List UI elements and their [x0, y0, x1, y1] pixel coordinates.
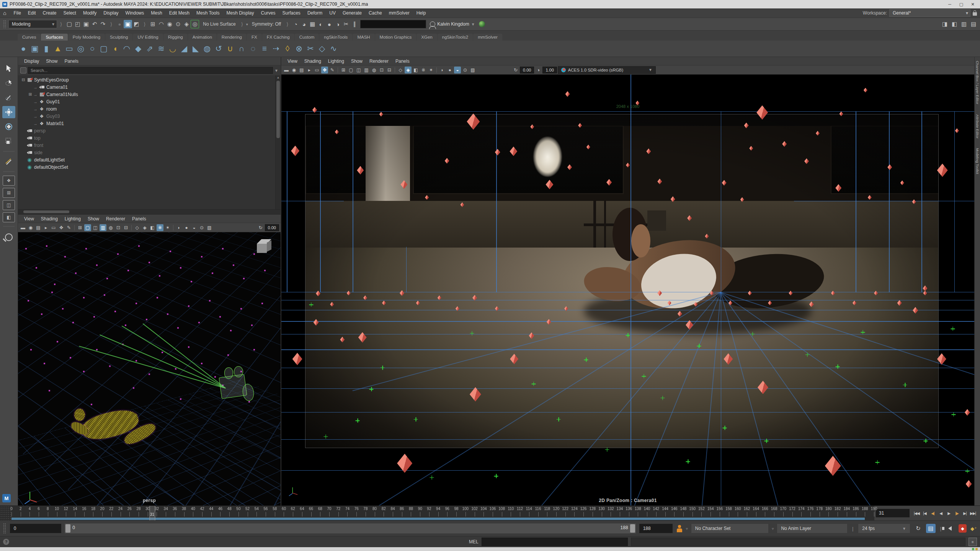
chevron-down-icon[interactable]: ▼	[274, 68, 278, 73]
shelf-tab-rendering[interactable]: Rendering	[217, 34, 247, 41]
range-start-handle[interactable]	[65, 524, 70, 533]
command-input[interactable]	[482, 538, 628, 546]
safe-title-icon[interactable]: ⊟	[122, 224, 129, 231]
workspace-select[interactable]: General*	[889, 9, 970, 17]
camera-attributes-icon[interactable]: ▤	[298, 67, 305, 73]
mute-sound-icon[interactable]	[946, 524, 956, 533]
maximize-button[interactable]: ▢	[956, 2, 967, 7]
grease-pencil-icon[interactable]: ✎	[329, 67, 336, 73]
shadows-icon[interactable]: ✶	[164, 224, 171, 231]
symmetry-dropdown-arrow[interactable]: ▾	[246, 22, 248, 26]
reverse-direction-icon[interactable]: ↺	[214, 43, 224, 54]
expander-icon[interactable]: ⊞	[28, 92, 33, 97]
motion-blur-icon[interactable]: ●	[183, 224, 190, 231]
menu-mesh[interactable]: Mesh	[147, 10, 165, 16]
time-slider-ruler[interactable]: 0246810121416182022242628303234363840424…	[11, 506, 874, 520]
2d-pan-zoom-icon[interactable]: ✥	[321, 67, 328, 73]
range-slider-grip[interactable]	[3, 523, 6, 534]
select-tool[interactable]	[2, 62, 15, 75]
grease-pencil-icon[interactable]: ✎	[65, 224, 72, 231]
grid-icon[interactable]: ⊞	[77, 224, 83, 231]
render-view-icon[interactable]: ◔	[291, 20, 300, 28]
set-key-icon[interactable]: ◆⁺	[970, 524, 978, 533]
untrim-icon[interactable]: ◇	[317, 43, 327, 54]
menu-set-select[interactable]: Modeling	[8, 20, 57, 28]
outliner-horizontal-scrollbar[interactable]	[18, 209, 281, 214]
undo-icon[interactable]: ↶	[90, 20, 99, 28]
next-key-button[interactable]: ▶|	[961, 509, 969, 518]
multisample-icon[interactable]: ◒	[454, 67, 461, 73]
shelf-tab-sculpting[interactable]: Sculpting	[105, 34, 132, 41]
planar-icon[interactable]: ◆	[133, 43, 143, 54]
nurbs-plane-icon[interactable]: ▭	[64, 43, 74, 54]
menu-select[interactable]: Select	[60, 10, 80, 16]
sidebar-modeling-toolkit-icon[interactable]: ▤	[969, 20, 978, 28]
shelf-tab-rigging[interactable]: Rigging	[163, 34, 188, 41]
tray-icon[interactable]	[972, 548, 974, 550]
shelf-tab-mmsolver[interactable]: mmSolver	[473, 34, 502, 41]
hypershade-icon[interactable]: ◑	[333, 20, 342, 28]
menu-mesh-tools[interactable]: Mesh Tools	[193, 10, 223, 16]
persp-menu-show[interactable]: Show	[85, 216, 102, 222]
menu-display[interactable]: Display	[100, 10, 122, 16]
current-frame-field[interactable]: 31	[876, 509, 910, 517]
outliner-item-defaultlightset[interactable]: ◉defaultLightSet	[18, 156, 275, 163]
outliner-item-defaultobjectset[interactable]: ◉defaultObjectSet	[18, 163, 275, 171]
nurbs-sphere-icon[interactable]: ●	[18, 43, 28, 54]
scale-tool[interactable]	[2, 135, 15, 147]
persp-menu-panels[interactable]: Panels	[129, 216, 149, 222]
command-results[interactable]	[631, 538, 965, 546]
select-hierarchy-icon[interactable]: ▫	[115, 20, 124, 28]
nurbs-square-icon[interactable]: ▢	[99, 43, 109, 54]
open-scene-icon[interactable]: ◰	[74, 20, 82, 28]
bookmark-icon[interactable]: ▸	[306, 67, 313, 73]
shelf-tab-xgen[interactable]: XGen	[416, 34, 437, 41]
shelf-tab-ngskintools2[interactable]: ngSkinTools2	[438, 34, 473, 41]
home-icon[interactable]: ⌂	[3, 10, 6, 16]
time-slider-grip[interactable]	[0, 506, 11, 520]
field-chart-icon[interactable]: ◍	[107, 224, 114, 231]
user-account-menu[interactable]: Kalvin Kingdom ▼	[428, 21, 477, 27]
help-icon[interactable]: ?	[3, 539, 9, 545]
birail-icon[interactable]: ≋	[156, 43, 166, 54]
offset-icon[interactable]: ◊	[283, 43, 292, 54]
exposure-field[interactable]: 0.00	[520, 67, 534, 73]
snap-grid-icon[interactable]: ⊞	[149, 20, 157, 28]
bookmark-icon[interactable]: ▸	[42, 224, 49, 231]
ipr-render-icon[interactable]: ◕	[300, 20, 308, 28]
rotate-tool[interactable]	[2, 121, 15, 133]
nurbs-cylinder-icon[interactable]: ▮	[41, 43, 51, 54]
outliner-item-guy01[interactable]: →❖Guy01	[18, 98, 275, 105]
menu-windows[interactable]: Windows	[122, 10, 148, 16]
menu-create[interactable]: Create	[39, 10, 60, 16]
go-to-start-button[interactable]: |◀◀	[913, 509, 921, 518]
camera-menu-renderer[interactable]: Renderer	[366, 59, 392, 64]
menu-mmsolver[interactable]: mmSolver	[385, 10, 413, 16]
view-cube[interactable]	[257, 239, 272, 254]
xray-icon[interactable]: ▧	[206, 224, 213, 231]
select-object-icon[interactable]: ▣	[124, 20, 132, 28]
redo-icon[interactable]: ↷	[99, 20, 107, 28]
auto-key-toggle[interactable]: ◆	[959, 524, 967, 533]
sidebar-attribute-editor-icon[interactable]: ◨	[941, 20, 949, 28]
group-divider[interactable]: ⟩	[142, 21, 147, 27]
outliner-search-input[interactable]: Search...	[28, 67, 273, 74]
shelf-tab-surfaces[interactable]: Surfaces	[41, 34, 67, 41]
outliner-item-room[interactable]: →❖room	[18, 105, 275, 112]
tray-icon[interactable]	[975, 548, 978, 550]
lasso-select-tool[interactable]	[2, 77, 15, 89]
camera-attributes-icon[interactable]: ▤	[35, 224, 42, 231]
shaded-icon[interactable]: ◈	[405, 67, 412, 73]
attach-icon[interactable]: ∪	[225, 43, 235, 54]
lock-camera-icon[interactable]: ◉	[27, 224, 34, 231]
group-divider[interactable]: ⟩	[240, 21, 245, 27]
menu-generate[interactable]: Generate	[339, 10, 365, 16]
paint-select-tool[interactable]	[2, 91, 15, 104]
expander-icon[interactable]: ⊟	[21, 77, 26, 82]
safe-title-icon[interactable]: ⊟	[386, 67, 393, 73]
layout-single-pane[interactable]: ❖	[3, 176, 15, 186]
outliner-item-camera01nulls[interactable]: ⊞→Camera01Nulls	[18, 91, 275, 98]
intersect-icon[interactable]: ⊗	[294, 43, 304, 54]
wireframe-icon[interactable]: ◇	[134, 224, 140, 231]
pause-icon[interactable]: ∥	[350, 20, 359, 28]
